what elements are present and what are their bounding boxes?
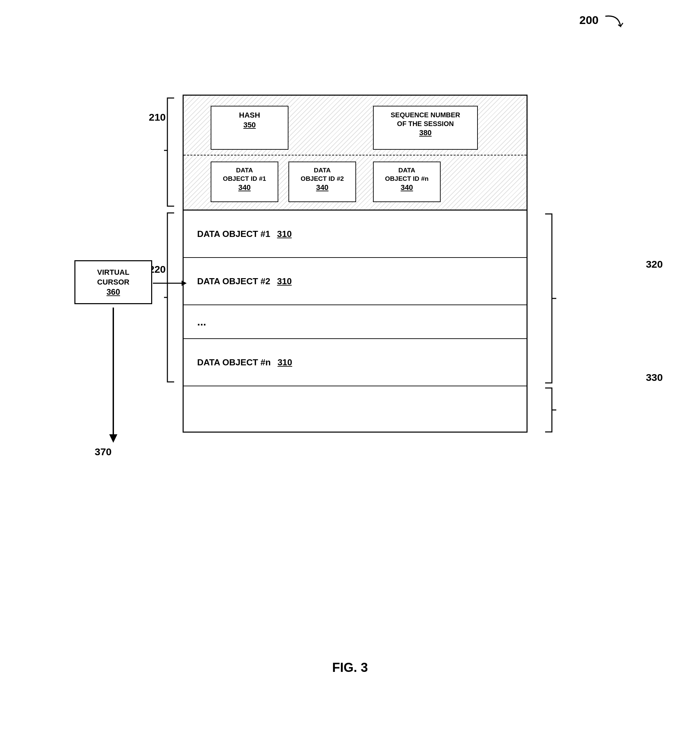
diagram-container: 210 220 HASH 350 SEQUENCE NUMBEROF THE S… <box>68 61 609 534</box>
data-row-dots: ... <box>183 305 527 339</box>
fig-ref-number: 200 <box>579 13 598 27</box>
seq-title: SEQUENCE NUMBEROF THE SESSION <box>377 110 474 128</box>
data-row-n: DATA OBJECT #n 310 <box>183 339 527 386</box>
brace-210-svg <box>162 94 176 209</box>
data-id-1-title: DATAOBJECT ID #1 <box>215 166 274 183</box>
vertical-arrow-svg <box>106 308 120 443</box>
label-370: 370 <box>95 446 112 457</box>
data-id-n-num: 340 <box>377 183 437 193</box>
header-section: HASH 350 SEQUENCE NUMBEROF THE SESSION 3… <box>183 96 527 211</box>
data-rows-section: DATA OBJECT #1 310 DATA OBJECT #2 310 ..… <box>183 211 527 434</box>
virtual-cursor-title: VIRTUALCURSOR <box>97 268 129 287</box>
brace-320-svg <box>543 211 560 386</box>
data-id-2-title: DATAOBJECT ID #2 <box>293 166 352 183</box>
svg-marker-3 <box>109 434 117 443</box>
brace-220-svg <box>162 209 176 385</box>
data-row-n-label: DATA OBJECT #n <box>197 357 271 368</box>
fig-ref-arrow <box>598 13 626 36</box>
data-id-2-num: 340 <box>293 183 352 193</box>
hash-num: 350 <box>215 120 284 130</box>
seq-box: SEQUENCE NUMBEROF THE SESSION 380 <box>373 106 478 150</box>
cursor-arrow-svg <box>153 278 187 288</box>
main-block: HASH 350 SEQUENCE NUMBEROF THE SESSION 3… <box>183 94 528 433</box>
data-row-2-num: 310 <box>277 276 291 287</box>
data-id-box-2: DATAOBJECT ID #2 340 <box>288 161 356 202</box>
label-330: 330 <box>646 372 663 383</box>
data-id-box-n: DATAOBJECT ID #n 340 <box>373 161 441 202</box>
virtual-cursor-box: VIRTUALCURSOR 360 <box>74 260 152 304</box>
data-id-n-title: DATAOBJECT ID #n <box>377 166 437 183</box>
dots-label: ... <box>197 316 206 328</box>
fig-label: FIG. 3 <box>332 661 368 675</box>
hash-box: HASH 350 <box>211 106 288 150</box>
virtual-cursor-num: 360 <box>106 287 120 297</box>
data-row-n-num: 310 <box>278 357 292 368</box>
data-row-1-label: DATA OBJECT #1 <box>197 229 270 239</box>
seq-num: 380 <box>377 128 474 138</box>
brace-330-svg <box>543 386 560 434</box>
data-id-1-num: 340 <box>215 183 274 193</box>
label-320: 320 <box>646 258 663 270</box>
data-row-2: DATA OBJECT #2 310 <box>183 258 527 305</box>
hash-title: HASH <box>215 110 284 120</box>
data-row-empty <box>183 386 527 434</box>
data-id-box-1: DATAOBJECT ID #1 340 <box>211 161 278 202</box>
data-row-1: DATA OBJECT #1 310 <box>183 211 527 258</box>
header-dashed-line <box>183 155 527 155</box>
data-row-1-num: 310 <box>277 229 291 239</box>
data-row-2-label: DATA OBJECT #2 <box>197 276 270 287</box>
svg-marker-1 <box>182 280 187 286</box>
